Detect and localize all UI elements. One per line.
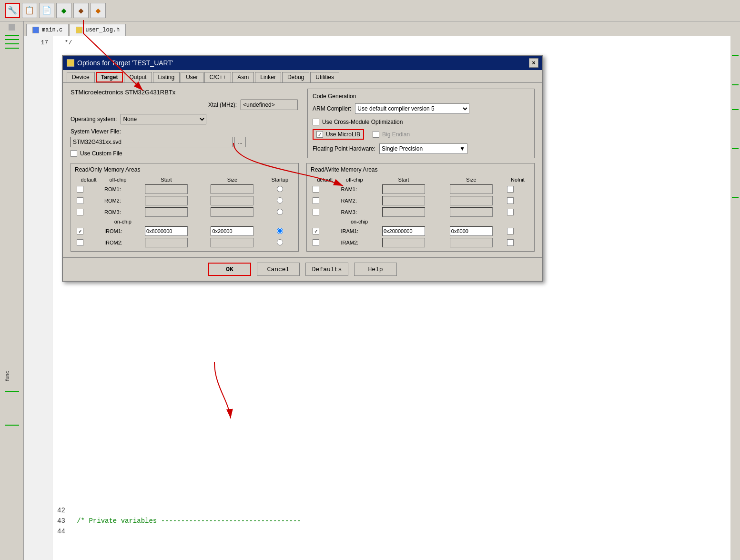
code-gen-title: Code Generation [313, 93, 529, 100]
paste-icon[interactable]: 📄 [39, 3, 54, 18]
table-row: RAM3: [311, 206, 530, 218]
arm-compiler-select[interactable]: Use default compiler version 5 [355, 103, 469, 114]
dialog-content: STMicroelectronics STM32G431RBTx Xtal (M… [63, 83, 542, 257]
cancel-button[interactable]: Cancel [257, 263, 300, 276]
ro-rom2-startup[interactable] [277, 197, 283, 204]
rw-ram2-size[interactable] [450, 196, 493, 205]
ro-rom3-startup[interactable] [277, 209, 283, 215]
svd-file-input[interactable] [71, 137, 233, 147]
ro-rom3-size[interactable] [211, 207, 253, 217]
rw-iram2-noinit[interactable] [507, 239, 514, 246]
right-scrollbar[interactable] [730, 36, 740, 560]
ro-rom1-default-check[interactable] [77, 186, 83, 193]
ro-rom1-size[interactable] [211, 184, 253, 194]
debug-icon[interactable]: 🔧 [5, 3, 20, 18]
rw-iram1-default-check[interactable]: ✓ [313, 228, 319, 234]
dialog-tab-device[interactable]: Device [67, 72, 95, 82]
rw-ram2-noinit[interactable] [507, 197, 514, 204]
os-select[interactable]: None [121, 114, 206, 124]
table-row: IROM2: [75, 237, 294, 248]
line-numbers: 17 [24, 36, 52, 560]
rw-ram2-start[interactable] [382, 196, 425, 205]
ro-rom1-start[interactable] [145, 184, 188, 194]
ro-irom2-start[interactable] [145, 238, 188, 247]
build-icon[interactable]: ◆ [56, 3, 71, 18]
dialog-tab-cc[interactable]: C/C++ [204, 72, 232, 82]
tab-user-log-h[interactable]: user_log.h [70, 24, 126, 36]
tab-main-c[interactable]: main.c [26, 24, 69, 36]
dialog-close-button[interactable]: × [529, 58, 538, 68]
dialog-tab-linker[interactable]: Linker [255, 72, 281, 82]
big-endian-checkbox[interactable] [373, 131, 379, 138]
debug2-icon[interactable]: ◆ [91, 3, 106, 18]
rw-col-start: Start [370, 176, 437, 183]
rw-ram3-default-check[interactable] [313, 209, 319, 215]
ro-rom2-start[interactable] [145, 196, 188, 205]
table-row: RAM2: [311, 195, 530, 206]
svd-label-row: System Viewer File: [71, 128, 298, 135]
rw-ram1-default-check[interactable] [313, 186, 319, 193]
ro-irom2-default-check[interactable] [77, 239, 83, 246]
svd-browse-button[interactable]: ... [234, 137, 246, 147]
rw-ram3-noinit[interactable] [507, 209, 514, 215]
defaults-button[interactable]: Defaults [305, 263, 348, 276]
cross-module-checkbox[interactable] [313, 119, 319, 125]
ro-rom1-startup[interactable] [277, 186, 283, 192]
dialog-tab-target[interactable]: Target [96, 72, 123, 82]
rw-iram1-noinit[interactable] [507, 228, 514, 234]
dialog-buttons: OK Cancel Defaults Help [63, 257, 542, 281]
rw-ram1-size[interactable] [450, 184, 493, 194]
table-row: ROM3: [75, 206, 294, 218]
rw-iram1-size[interactable] [450, 226, 493, 236]
rw-ram2-default-check[interactable] [313, 197, 319, 204]
dialog-tab-output[interactable]: Output [124, 72, 152, 82]
flash-icon[interactable]: ◆ [73, 3, 89, 18]
ro-irom1-size[interactable] [211, 226, 253, 236]
dialog-tab-utilities[interactable]: Utilities [310, 72, 339, 82]
ro-rom3-default-check[interactable] [77, 209, 83, 215]
dialog-tab-asm[interactable]: Asm [232, 72, 254, 82]
rw-iram2-default-check[interactable] [313, 239, 319, 246]
help-button[interactable]: Help [354, 263, 397, 276]
rw-col-size: Size [437, 176, 505, 183]
dialog-tab-user[interactable]: User [181, 72, 203, 82]
ro-irom1-startup[interactable] [277, 228, 283, 234]
xtal-input[interactable] [241, 100, 298, 110]
sidebar-icon-1 [9, 24, 15, 31]
code-line-43: 43 /* Private variables ----------------… [57, 516, 726, 526]
readonly-table: default off-chip Start Size Startup ROM1… [75, 176, 294, 248]
dialog-tab-debug[interactable]: Debug [282, 72, 309, 82]
rw-ram1-start[interactable] [382, 184, 425, 194]
rw-ram3-size[interactable] [450, 207, 493, 217]
sidebar-marker-5 [5, 391, 19, 392]
ro-rom2-default-check[interactable] [77, 197, 83, 204]
ro-irom2-size[interactable] [211, 238, 253, 247]
custom-file-checkbox[interactable] [71, 150, 77, 157]
ok-button[interactable]: OK [208, 263, 251, 276]
copy-icon[interactable]: 📋 [22, 3, 37, 18]
device-name-label: STMicroelectronics STM32G431RBTx [71, 89, 298, 96]
tab-label-user-log-h: user_log.h [85, 27, 120, 33]
dialog-tab-listing[interactable]: Listing [153, 72, 180, 82]
rw-iram2-size[interactable] [450, 238, 493, 247]
table-row: on-chip [75, 218, 294, 225]
sidebar-marker-4 [5, 48, 19, 49]
ro-irom2-startup[interactable] [277, 239, 283, 245]
rw-col-offchip: off-chip [339, 176, 370, 183]
ro-irom1-start[interactable] [145, 226, 188, 236]
readwrite-table: default off-chip Start Size NoInit RAM1: [311, 176, 530, 248]
arm-compiler-label: ARM Compiler: [313, 105, 351, 112]
ro-rom2-size[interactable] [211, 196, 253, 205]
rw-iram1-start[interactable] [382, 226, 425, 236]
ro-rom3-start[interactable] [145, 207, 188, 217]
code-line-42: 42 [57, 505, 726, 516]
rw-ram3-start[interactable] [382, 207, 425, 217]
svd-input-row: ... [71, 137, 298, 147]
ro-col-startup: Startup [265, 176, 294, 183]
microlib-checkbox[interactable]: ✓ [316, 131, 323, 138]
table-row: on-chip [311, 218, 530, 225]
os-label: Operating system: [71, 116, 117, 122]
rw-ram1-noinit[interactable] [507, 186, 514, 193]
rw-iram2-start[interactable] [382, 238, 425, 247]
ro-irom1-default-check[interactable]: ✓ [77, 228, 83, 234]
